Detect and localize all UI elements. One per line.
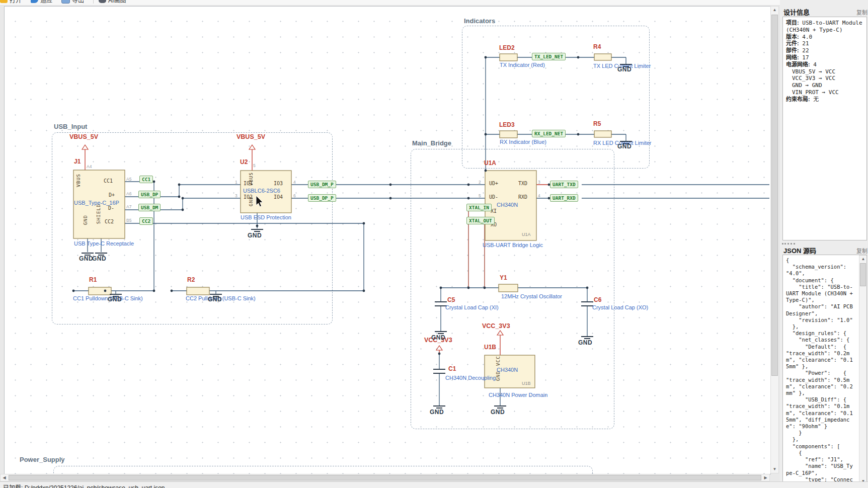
section-label-power-supply: Power_Supply <box>20 456 65 463</box>
scroll-up-icon[interactable]: ▲ <box>771 7 778 14</box>
r4-ref[interactable]: R4 <box>593 43 601 50</box>
c6-desc: Crystal Load Cap (XO) <box>592 304 648 310</box>
scroll-right-icon[interactable]: ▶ <box>762 474 769 481</box>
u2-pin-io4: IO4 <box>274 194 283 200</box>
ai-draw-button-label: AI画图 <box>108 0 126 4</box>
u1a-ref[interactable]: U1A <box>484 159 496 167</box>
robot-icon <box>99 0 106 3</box>
gnd-label-c1: GND <box>430 409 444 416</box>
open-button-label: 打开 <box>10 0 22 4</box>
net-label-cc1[interactable]: CC1 <box>139 176 153 183</box>
u2-pin-io2: IO2 <box>244 194 253 200</box>
info-row: 元件: 21 <box>786 40 863 47</box>
gnd-label-r2: GND <box>208 296 222 303</box>
u2-pinnum-5: 5 <box>253 163 256 168</box>
j1-pinnum-a4: A4 <box>87 164 92 169</box>
scroll-down-icon[interactable]: ▼ <box>771 466 778 473</box>
net-label-xtal-in[interactable]: XTAL_IN <box>466 204 492 211</box>
design-info-title: 设计信息 <box>783 7 810 17</box>
scroll-left-icon[interactable]: ◀ <box>1 474 8 481</box>
vscroll-thumb[interactable] <box>771 15 778 376</box>
open-button[interactable]: 打开 <box>0 0 22 4</box>
j1-pin-dm: D- <box>108 205 114 211</box>
gnd-label-u2: GND <box>248 232 262 239</box>
canvas-hscrollbar[interactable]: ◀ ▶ <box>0 474 770 481</box>
y1-ref[interactable]: Y1 <box>500 274 507 281</box>
panel-splitter[interactable] <box>782 243 795 245</box>
net-label-rx-led-net[interactable]: RX_LED_NET <box>532 130 566 137</box>
u1b-pin-gnd: GND <box>495 371 501 381</box>
schematic-canvas[interactable]: USB_Input Main_Bridge Indicators Power_S… <box>4 6 771 474</box>
canvas-vscrollbar[interactable]: ▲ ▼ <box>770 6 779 473</box>
led3-ref[interactable]: LED3 <box>499 121 515 128</box>
j1-ref[interactable]: J1 <box>74 158 81 165</box>
fit-button-label: 适应 <box>40 0 52 4</box>
net-label-usb-dm[interactable]: USB_DM <box>138 204 161 211</box>
led2-ref[interactable]: LED2 <box>499 44 515 51</box>
u1b-tag: U1B <box>522 381 531 386</box>
net-label-usb-dp[interactable]: USB_DP <box>138 191 161 198</box>
right-panel: 设计信息 复制 项目: USB-to-UART Module (CH340N +… <box>780 0 868 488</box>
status-loaded-path: 已加载: D:/pddxp/20251226/ai_pcb/showcase_u… <box>3 483 165 488</box>
net-label-uart-rxd[interactable]: UART_RXD <box>550 194 578 202</box>
r2-ref[interactable]: R2 <box>187 276 195 283</box>
gnd-label-c5: GND <box>431 334 445 341</box>
c6-ref[interactable]: C6 <box>594 296 601 303</box>
json-source-code[interactable]: { "schema_version": "4.0", "document": {… <box>783 255 866 485</box>
led2-desc: TX Indicator (Red) <box>500 62 545 68</box>
export-button[interactable]: 导出 <box>61 0 84 4</box>
j1-pin-cc1: CC1 <box>104 178 113 184</box>
u2-ref[interactable]: U2 <box>240 158 248 166</box>
gnd-label-j1-a: GND <box>79 255 93 262</box>
info-row: 网络: 17 <box>786 54 863 61</box>
json-source-title: JSON 源码 <box>783 246 816 255</box>
u1a-pinnum-5: 5 <box>479 193 481 198</box>
power-label-vbus-j1: VBUS_5V <box>69 133 98 140</box>
info-row: 部件: 22 <box>786 47 863 54</box>
image-icon <box>61 0 70 4</box>
status-bar: 已加载: D:/pddxp/20251226/ai_pcb/showcase_u… <box>0 481 868 488</box>
json-scroll-thumb[interactable] <box>860 263 866 286</box>
c5-desc: Crystal Load Cap (XI) <box>445 304 499 310</box>
power-net-row: VCC_3V3 → VCC <box>786 75 863 82</box>
j1-pin-vbus: VBUS <box>75 174 81 187</box>
net-label-uart-txd[interactable]: UART_TXD <box>550 181 578 188</box>
json-source-copy-button[interactable]: 复制 <box>856 247 867 255</box>
u2-value: USBLC6-2SC6 <box>243 188 280 194</box>
gnd-label-r1: GND <box>108 296 122 303</box>
json-source-box: { "schema_version": "4.0", "document": {… <box>782 255 867 485</box>
u2-pinnum-1: 1 <box>235 180 238 185</box>
power-net-row: GND → GND <box>786 82 863 89</box>
c5-ref[interactable]: C5 <box>447 296 455 303</box>
c1-ref[interactable]: C1 <box>448 365 456 372</box>
net-label-usb-dm-p[interactable]: USB_DM_P <box>308 181 336 188</box>
net-label-xtal-out[interactable]: XTAL_OUT <box>466 217 495 224</box>
toolbar: 打开 适应 导出 AI画图 <box>0 0 868 6</box>
json-scroll-up-icon[interactable]: ▲ <box>859 256 867 263</box>
toolbar-separator <box>93 0 94 4</box>
u2-pinnum-3: 3 <box>235 193 238 198</box>
power-label-vcc-u1b: VCC_3V3 <box>482 322 510 330</box>
info-row: 电源网络: 4 <box>786 61 863 68</box>
j1-pinnum-a6: A6 <box>126 191 131 196</box>
u2-pin-io1: IO1 <box>244 181 253 186</box>
design-info-copy-button[interactable]: 复制 <box>856 8 867 16</box>
y1-desc: 12MHz Crystal Oscillator <box>501 293 562 299</box>
ai-draw-button[interactable]: AI画图 <box>99 0 126 4</box>
json-scrollbar[interactable]: ▲ ▼ <box>859 255 867 485</box>
u1b-desc: CH340N Power Domain <box>489 392 547 398</box>
gnd-label-r5: GND <box>617 143 632 150</box>
r5-ref[interactable]: R5 <box>593 120 601 127</box>
design-info-box: 项目: USB-to-UART Module (CH340N + Type-C)… <box>782 17 867 240</box>
section-label-indicators: Indicators <box>464 17 495 25</box>
net-label-usb-dp-p[interactable]: USB_DP_P <box>308 194 336 202</box>
fit-view-button[interactable]: 适应 <box>31 0 52 4</box>
j1-pinnum-b5: B5 <box>126 218 131 223</box>
net-label-cc2[interactable]: CC2 <box>139 217 153 225</box>
u1b-ref[interactable]: U1B <box>484 344 496 351</box>
r1-ref[interactable]: R1 <box>89 276 97 283</box>
section-label-main-bridge: Main_Bridge <box>412 139 451 147</box>
net-label-tx-led-net[interactable]: TX_LED_NET <box>532 53 566 60</box>
hscroll-thumb[interactable] <box>9 475 761 480</box>
gnd-label-c6: GND <box>578 339 592 346</box>
